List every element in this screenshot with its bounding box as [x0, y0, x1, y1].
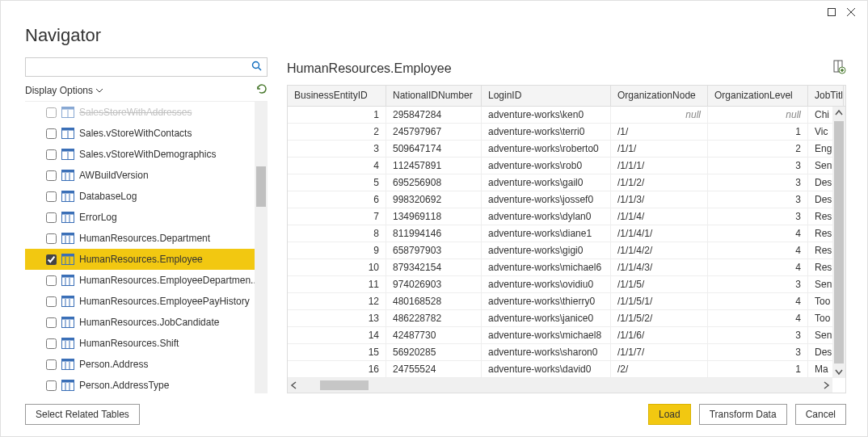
tree-checkbox[interactable] — [46, 191, 57, 202]
tree-item[interactable]: SalesStoreWithAddresses — [25, 102, 268, 123]
grid-vscroll-thumb[interactable] — [834, 121, 844, 363]
tree-checkbox[interactable] — [46, 128, 57, 139]
tree-item[interactable]: Person.Address — [25, 354, 268, 375]
tree-item[interactable]: HumanResources.Employee — [25, 249, 268, 270]
tree-checkbox[interactable] — [46, 338, 57, 349]
search-input[interactable] — [25, 57, 268, 77]
scroll-right-icon[interactable] — [820, 379, 832, 392]
select-related-tables-button[interactable]: Select Related Tables — [25, 404, 140, 425]
search-icon[interactable] — [251, 61, 263, 75]
table-row[interactable]: 1556920285adventure-works\sharon0/1/1/7/… — [288, 344, 845, 361]
tree-item[interactable]: HumanResources.JobCandidate — [25, 312, 268, 333]
load-button[interactable]: Load — [648, 404, 691, 425]
table-row[interactable]: 1295847284adventure-works\ken0nullnullCh… — [288, 107, 845, 124]
tree-checkbox[interactable] — [46, 107, 57, 118]
display-options-dropdown[interactable]: Display Options — [25, 85, 103, 96]
table-cell: 486228782 — [386, 310, 482, 326]
scroll-down-icon[interactable] — [832, 365, 845, 378]
table-cell: 879342154 — [386, 259, 482, 275]
column-header[interactable]: LoginID — [482, 86, 611, 106]
tree-checkbox[interactable] — [46, 149, 57, 160]
tree-item[interactable]: HumanResources.Shift — [25, 333, 268, 354]
close-button[interactable] — [841, 4, 861, 20]
table-row[interactable]: 1442487730adventure-works\michael8/1/1/6… — [288, 327, 845, 344]
table-icon — [61, 296, 74, 307]
tree-checkbox[interactable] — [46, 254, 57, 265]
table-row[interactable]: 12480168528adventure-works\thierry0/1/1/… — [288, 293, 845, 310]
refresh-icon[interactable] — [256, 83, 268, 98]
table-cell: 1 — [708, 124, 808, 140]
table-cell: adventure-works\terri0 — [482, 124, 611, 140]
table-cell: 4 — [708, 242, 808, 258]
tree-scrollbar[interactable] — [255, 102, 268, 393]
tree-checkbox[interactable] — [46, 380, 57, 391]
table-icon — [61, 233, 74, 244]
column-header[interactable]: BusinessEntityID — [288, 86, 386, 106]
tree-checkbox[interactable] — [46, 212, 57, 223]
table-cell: 3 — [708, 174, 808, 191]
tree-item[interactable]: Person.AddressType — [25, 375, 268, 393]
table-row[interactable]: 13486228782adventure-works\janice0/1/1/5… — [288, 310, 845, 327]
grid-hscroll-thumb[interactable] — [320, 380, 369, 390]
table-cell: 13 — [288, 310, 386, 326]
add-column-icon[interactable] — [833, 60, 846, 78]
table-cell: /1/1/ — [611, 141, 708, 157]
table-row[interactable]: 11974026903adventure-works\ovidiu0/1/1/5… — [288, 276, 845, 293]
table-cell: 112457891 — [386, 158, 482, 174]
table-cell: 4 — [288, 158, 386, 174]
tree-item[interactable]: DatabaseLog — [25, 186, 268, 207]
svg-rect-19 — [62, 191, 74, 194]
table-cell: adventure-works\michael8 — [482, 327, 611, 343]
table-cell: 4 — [708, 259, 808, 275]
tree-item-label: HumanResources.EmployeeDepartmen... — [79, 275, 259, 286]
svg-rect-6 — [62, 107, 74, 110]
table-row[interactable]: 7134969118adventure-works\dylan0/1/1/4/3… — [288, 208, 845, 225]
table-row[interactable]: 4112457891adventure-works\rob0/1/1/1/3Se… — [288, 158, 845, 174]
transform-data-button[interactable]: Transform Data — [699, 404, 787, 425]
maximize-button[interactable] — [822, 4, 841, 20]
table-row[interactable]: 2245797967adventure-works\terri0/1/1Vic — [288, 124, 845, 141]
svg-rect-9 — [62, 128, 74, 131]
table-cell: /1/1/5/ — [611, 276, 708, 292]
svg-rect-55 — [62, 380, 74, 383]
scroll-up-icon[interactable] — [832, 107, 845, 120]
table-row[interactable]: 8811994146adventure-works\diane1/1/1/4/1… — [288, 225, 845, 242]
tree-checkbox[interactable] — [46, 170, 57, 181]
table-row[interactable]: 1624755524adventure-works\david0/2/1Ma — [288, 361, 845, 378]
scroll-left-icon[interactable] — [288, 379, 301, 392]
tree-item[interactable]: HumanResources.Department — [25, 228, 268, 249]
column-header[interactable]: NationalIDNumber — [386, 86, 482, 106]
table-cell: adventure-works\diane1 — [482, 225, 611, 242]
tree-item[interactable]: AWBuildVersion — [25, 165, 268, 186]
table-row[interactable]: 9658797903adventure-works\gigi0/1/1/4/2/… — [288, 242, 845, 259]
table-row[interactable]: 6998320692adventure-works\jossef0/1/1/3/… — [288, 191, 845, 208]
cancel-button[interactable]: Cancel — [795, 404, 846, 425]
table-row[interactable]: 3509647174adventure-works\roberto0/1/1/2… — [288, 141, 845, 158]
table-cell: adventure-works\david0 — [482, 361, 611, 377]
table-icon — [61, 317, 74, 328]
tree-item-label: Person.Address — [79, 359, 148, 370]
tree-item[interactable]: HumanResources.EmployeeDepartmen... — [25, 270, 268, 291]
table-cell: 14 — [288, 327, 386, 343]
table-cell: 480168528 — [386, 293, 482, 309]
table-row[interactable]: 10879342154adventure-works\michael6/1/1/… — [288, 259, 845, 276]
tree-checkbox[interactable] — [46, 233, 57, 244]
tree-item[interactable]: Sales.vStoreWithContacts — [25, 123, 268, 144]
tree-item[interactable]: ErrorLog — [25, 207, 268, 228]
column-header[interactable]: OrganizationNode — [611, 86, 708, 106]
tree-scroll-thumb[interactable] — [256, 166, 266, 207]
tree-item-label: HumanResources.Department — [79, 233, 210, 244]
tree-checkbox[interactable] — [46, 275, 57, 286]
column-header[interactable]: JobTitl — [808, 86, 844, 106]
tree-checkbox[interactable] — [46, 317, 57, 328]
grid-horizontal-scrollbar[interactable] — [288, 378, 832, 393]
grid-vertical-scrollbar[interactable] — [832, 107, 845, 378]
column-header[interactable]: OrganizationLevel — [708, 86, 808, 106]
tree-item[interactable]: Sales.vStoreWithDemographics — [25, 144, 268, 165]
svg-rect-27 — [62, 233, 74, 236]
tree-item[interactable]: HumanResources.EmployeePayHistory — [25, 291, 268, 312]
tree-checkbox[interactable] — [46, 359, 57, 370]
table-row[interactable]: 5695256908adventure-works\gail0/1/1/2/3D… — [288, 174, 845, 191]
table-cell: adventure-works\janice0 — [482, 310, 611, 326]
tree-checkbox[interactable] — [46, 296, 57, 307]
